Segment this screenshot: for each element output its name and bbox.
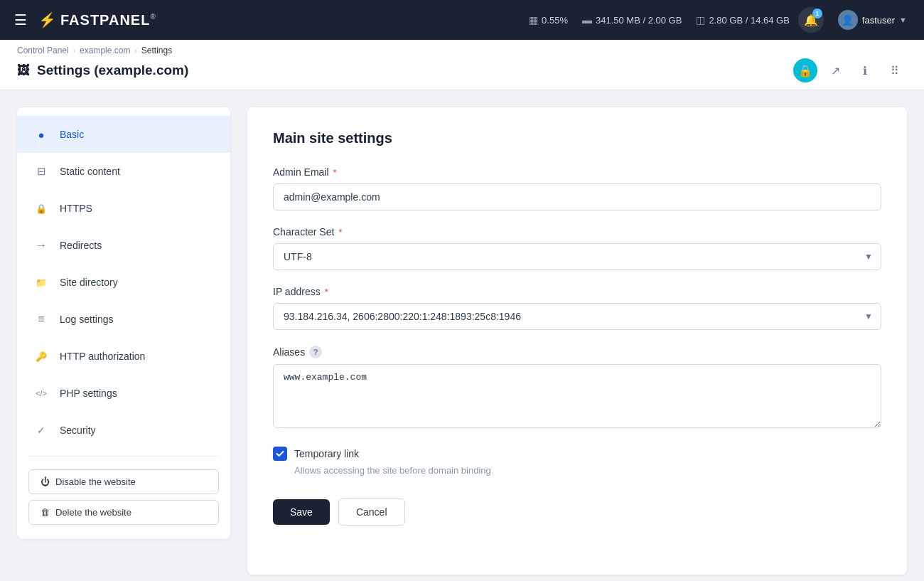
header-area: Control Panel › example.com › Settings 🖼…	[0, 40, 924, 90]
page-title: 🖼 Settings (example.com)	[17, 63, 188, 78]
header-actions: 🔒 ↗ ℹ ⠿	[793, 58, 907, 82]
sidebar-item-log-settings-label: Log settings	[60, 314, 114, 325]
user-menu[interactable]: 👤 fastuser ▼	[832, 7, 913, 33]
logo: ⚡ FASTPANEL®	[38, 11, 156, 28]
sidebar: Basic Static content HTTPS Redirects Sit…	[17, 107, 230, 539]
basic-icon	[31, 124, 51, 144]
redirects-icon	[31, 235, 51, 255]
sidebar-item-https-label: HTTPS	[60, 203, 92, 214]
section-title: Main site settings	[273, 130, 881, 146]
sidebar-item-php-settings-label: PHP settings	[60, 388, 117, 399]
disable-website-button[interactable]: ⏻ Disable the website	[28, 469, 219, 494]
aliases-textarea[interactable]: www.example.com	[273, 364, 881, 428]
character-set-required: *	[338, 227, 342, 238]
admin-email-label: Admin Email *	[273, 166, 881, 178]
topnav: ☰ ⚡ FASTPANEL® ▦ 0.55% ▬ 341.50 MB / 2.0…	[0, 0, 924, 40]
topnav-stats: ▦ 0.55% ▬ 341.50 MB / 2.00 GB ◫ 2.80 GB …	[529, 14, 790, 26]
sidebar-item-https[interactable]: HTTPS	[17, 190, 230, 227]
cancel-button[interactable]: Cancel	[338, 499, 405, 526]
cpu-value: 0.55%	[542, 15, 568, 26]
header-title-row: 🖼 Settings (example.com) 🔒 ↗ ℹ ⠿	[17, 58, 907, 90]
sidebar-item-php-settings[interactable]: PHP settings	[17, 375, 230, 412]
http-auth-icon	[31, 346, 51, 366]
delete-icon: 🗑	[41, 507, 50, 518]
breadcrumb: Control Panel › example.com › Settings	[17, 46, 907, 58]
temporary-link-group: Temporary link Allows accessing the site…	[273, 447, 881, 476]
temporary-link-hint: Allows accessing the site before domain …	[294, 465, 881, 476]
logo-icon: ⚡	[38, 11, 56, 28]
sidebar-item-log-settings[interactable]: Log settings	[17, 301, 230, 338]
breadcrumb-sep-1: ›	[73, 47, 75, 55]
disable-icon: ⏻	[41, 476, 50, 487]
form-actions: Save Cancel	[273, 499, 881, 526]
log-settings-icon	[31, 309, 51, 329]
sidebar-item-static-content-label: Static content	[60, 166, 120, 177]
sidebar-item-redirects[interactable]: Redirects	[17, 227, 230, 264]
ip-address-select-wrapper: 93.184.216.34, 2606:2800:220:1:248:1893:…	[273, 303, 881, 330]
main-content: Main site settings Admin Email * Charact…	[247, 107, 907, 575]
page-title-icon: 🖼	[17, 63, 30, 78]
external-link-button[interactable]: ↗	[823, 58, 847, 82]
sidebar-item-site-directory-label: Site directory	[60, 277, 118, 288]
sidebar-item-http-authorization[interactable]: HTTP authorization	[17, 338, 230, 375]
checkmark-icon	[276, 449, 284, 458]
ssl-button[interactable]: 🔒	[793, 58, 817, 82]
logo-text: FASTPANEL®	[60, 12, 156, 28]
admin-email-group: Admin Email *	[273, 166, 881, 210]
site-directory-icon	[31, 272, 51, 292]
breadcrumb-sep-2: ›	[134, 47, 136, 55]
character-set-select-wrapper: UTF-8 UTF-16 ISO-8859-1 Windows-1251 ▼	[273, 243, 881, 270]
cpu-stat: ▦ 0.55%	[529, 14, 568, 26]
ip-address-required: *	[325, 287, 328, 297]
temporary-link-row: Temporary link	[273, 447, 881, 461]
sidebar-item-security[interactable]: Security	[17, 412, 230, 449]
aliases-label: Aliases ?	[273, 346, 881, 358]
breadcrumb-settings: Settings	[141, 46, 172, 55]
sidebar-item-static-content[interactable]: Static content	[17, 153, 230, 190]
sidebar-item-basic-label: Basic	[60, 129, 84, 140]
save-button[interactable]: Save	[273, 499, 330, 525]
temporary-link-checkbox[interactable]	[273, 447, 287, 461]
https-icon	[31, 198, 51, 218]
aliases-help-icon[interactable]: ?	[309, 346, 322, 358]
php-settings-icon	[31, 383, 51, 403]
ip-address-label: IP address *	[273, 286, 881, 297]
sidebar-item-redirects-label: Redirects	[60, 240, 102, 251]
info-button[interactable]: ℹ	[853, 58, 877, 82]
character-set-label: Character Set *	[273, 226, 881, 238]
ip-address-group: IP address * 93.184.216.34, 2606:2800:22…	[273, 286, 881, 330]
sidebar-item-http-authorization-label: HTTP authorization	[60, 351, 145, 362]
ram-value: 341.50 MB / 2.00 GB	[596, 15, 682, 26]
page-title-text: Settings (example.com)	[37, 63, 188, 78]
disk-icon: ◫	[696, 14, 705, 26]
character-set-group: Character Set * UTF-8 UTF-16 ISO-8859-1 …	[273, 226, 881, 270]
admin-email-input[interactable]	[273, 183, 881, 210]
user-dropdown-icon: ▼	[899, 16, 907, 24]
hamburger-menu[interactable]: ☰	[11, 9, 30, 31]
disable-website-label: Disable the website	[55, 476, 136, 487]
breadcrumb-control-panel[interactable]: Control Panel	[17, 46, 69, 55]
apps-button[interactable]: ⠿	[883, 58, 907, 82]
sidebar-item-security-label: Security	[60, 425, 96, 436]
notifications-button[interactable]: 🔔 1	[798, 7, 824, 33]
main-layout: Basic Static content HTTPS Redirects Sit…	[0, 90, 924, 581]
ram-stat: ▬ 341.50 MB / 2.00 GB	[582, 14, 682, 26]
static-content-icon	[31, 161, 51, 181]
temporary-link-label: Temporary link	[294, 448, 359, 459]
character-set-select[interactable]: UTF-8 UTF-16 ISO-8859-1 Windows-1251	[273, 243, 881, 270]
aliases-group: Aliases ? www.example.com	[273, 346, 881, 431]
delete-website-button[interactable]: 🗑 Delete the website	[28, 500, 219, 525]
notification-badge: 1	[812, 9, 822, 18]
breadcrumb-example-com[interactable]: example.com	[80, 46, 130, 55]
disk-value: 2.80 GB / 14.64 GB	[709, 15, 789, 26]
user-name: fastuser	[862, 15, 895, 26]
sidebar-item-basic[interactable]: Basic	[17, 116, 230, 153]
cpu-icon: ▦	[529, 14, 538, 26]
sidebar-item-site-directory[interactable]: Site directory	[17, 264, 230, 301]
security-icon	[31, 420, 51, 440]
disk-stat: ◫ 2.80 GB / 14.64 GB	[696, 14, 789, 26]
ip-address-select[interactable]: 93.184.216.34, 2606:2800:220:1:248:1893:…	[273, 303, 881, 330]
sidebar-footer: ⏻ Disable the website 🗑 Delete the websi…	[17, 464, 230, 531]
admin-email-required: *	[333, 167, 337, 178]
sidebar-divider	[28, 456, 219, 457]
